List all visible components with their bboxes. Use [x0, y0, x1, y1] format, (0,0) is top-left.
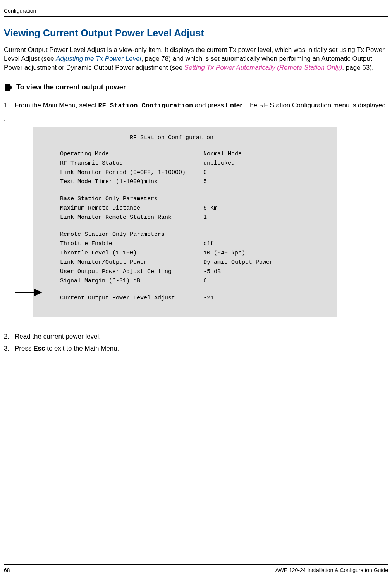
config-label: Operating Mode	[60, 150, 203, 159]
pentagon-arrow-icon	[4, 83, 12, 92]
step-1-pre: From the Main Menu, select	[15, 101, 98, 109]
terminal-screen-wrapper: RF Station Configuration Operating ModeN…	[33, 127, 388, 317]
config-value: 0	[203, 168, 207, 177]
config-value: 6	[203, 277, 207, 286]
config-row: User Output Power Adjust Ceiling-5 dB	[60, 267, 326, 277]
step-1-bold: Enter	[225, 101, 242, 109]
content-area: Viewing Current Output Power Level Adjus…	[0, 17, 392, 354]
config-row: Throttle Level (1-100)10 (640 kps)	[60, 249, 326, 258]
config-row: Maximum Remote Distance5 Km	[60, 204, 326, 213]
link-adjusting-tx-power[interactable]: Adjusting the Tx Power Level	[56, 55, 141, 62]
config-row: Link Monitor Remote Station Rank1	[60, 213, 326, 222]
step-3-bold: Esc	[33, 345, 45, 352]
base-header: Base Station Only Parameters	[60, 194, 326, 204]
intro-paragraph: Current Output Power Level Adjust is a v…	[4, 46, 388, 72]
step-list-continued: 2. Read the current power level. 3. Pres…	[4, 332, 388, 354]
link-setting-tx-power-auto[interactable]: Setting Tx Power Automatically (Remote S…	[184, 64, 342, 71]
svg-marker-2	[34, 289, 42, 296]
config-value: -21	[203, 294, 214, 303]
config-value: 5	[203, 177, 207, 187]
config-value: 5 Km	[203, 204, 217, 213]
config-label: Link Monitor Period (0=OFF, 1-10000)	[60, 168, 203, 177]
terminal-screen: RF Station Configuration Operating ModeN…	[33, 127, 337, 317]
step-3-post: to exit to the Main Menu.	[45, 345, 119, 352]
current-output-row: Current Output Power Level Adjust-21	[60, 294, 326, 303]
step-1-post: . The RF Station Configuration menu is d…	[242, 101, 388, 109]
step-3: 3. Press Esc to exit to the Main Menu.	[4, 344, 388, 354]
step-number: 3.	[4, 344, 15, 354]
config-label: Maximum Remote Distance	[60, 204, 203, 213]
step-number: 1.	[4, 101, 15, 110]
config-label: Remote Station Only Parameters	[60, 230, 203, 239]
svg-marker-0	[5, 84, 12, 91]
config-label: Test Mode Timer (1-1000)mins	[60, 177, 203, 187]
page-title: Viewing Current Output Power Level Adjus…	[4, 28, 388, 39]
config-row: Signal Margin (6-31) dB 6	[60, 277, 326, 286]
step-1: 1. From the Main Menu, select RF Station…	[4, 101, 388, 110]
section-label: Configuration	[4, 8, 36, 14]
config-label: User Output Power Adjust Ceiling	[60, 267, 203, 277]
step-3-pre: Press	[15, 345, 33, 352]
subheading-row: To view the current output power	[4, 83, 388, 92]
guide-title: AWE 120-24 Installation & Configuration …	[275, 567, 388, 573]
procedure-subheading: To view the current output power	[16, 83, 126, 91]
step-2: 2. Read the current power level.	[4, 332, 388, 342]
config-row: Test Mode Timer (1-1000)mins5	[60, 177, 326, 187]
config-label: Base Station Only Parameters	[60, 194, 203, 204]
config-row: RF Transmit Statusunblocked	[60, 159, 326, 168]
intro-text-3: , page 63).	[342, 64, 373, 71]
config-label: RF Transmit Status	[60, 159, 203, 168]
screen-title: RF Station Configuration	[60, 134, 326, 141]
config-value: 10 (640 kps)	[203, 249, 245, 258]
config-value: -5 dB	[203, 267, 221, 277]
config-label: Signal Margin (6-31) dB	[60, 277, 203, 286]
config-row: Throttle Enableoff	[60, 239, 326, 249]
step-1-body: From the Main Menu, select RF Station Co…	[15, 101, 388, 110]
config-value: off	[203, 239, 214, 249]
config-value: unblocked	[203, 159, 235, 168]
config-row: Operating ModeNormal Mode	[60, 150, 326, 159]
config-label: Current Output Power Level Adjust	[60, 294, 203, 303]
config-label: Throttle Enable	[60, 239, 203, 249]
step-1-code: RF Station Configuration	[98, 102, 193, 109]
page-header: Configuration	[4, 0, 388, 14]
step-list: 1. From the Main Menu, select RF Station…	[4, 101, 388, 110]
footer-divider	[4, 564, 388, 565]
config-label: Throttle Level (1-100)	[60, 249, 203, 258]
callout-arrow-icon	[15, 289, 42, 296]
config-value: 1	[203, 213, 207, 222]
config-value: Dynamic Output Power	[203, 258, 273, 267]
page-footer: 68 AWE 120-24 Installation & Configurati…	[4, 564, 388, 573]
step-1-mid: and press	[193, 101, 225, 109]
step-2-text: Read the current power level.	[15, 332, 101, 342]
config-label: Link Monitor Remote Station Rank	[60, 213, 203, 222]
stray-dot: .	[4, 115, 388, 123]
config-label: Link Monitor/Output Power	[60, 258, 203, 267]
remote-header: Remote Station Only Parameters	[60, 230, 326, 239]
page-number: 68	[4, 567, 10, 573]
step-number: 2.	[4, 332, 15, 342]
config-row: Link Monitor Period (0=OFF, 1-10000)0	[60, 168, 326, 177]
config-value: Normal Mode	[203, 150, 242, 159]
step-3-body: Press Esc to exit to the Main Menu.	[15, 344, 119, 354]
config-row: Link Monitor/Output PowerDynamic Output …	[60, 258, 326, 267]
